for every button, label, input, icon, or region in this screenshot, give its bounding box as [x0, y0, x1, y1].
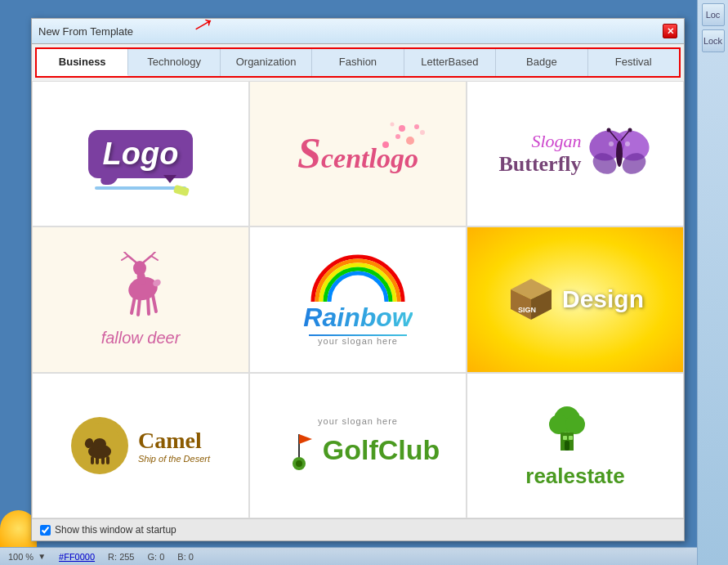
svg-point-11 [616, 141, 623, 167]
svg-point-2 [406, 137, 414, 145]
svg-point-0 [382, 141, 389, 148]
tab-fashion[interactable]: Fashion [312, 49, 404, 76]
footer-label: Show this window at startup [55, 524, 176, 536]
rainbow-text: Rainbow [303, 303, 412, 333]
show-window-checkbox[interactable] [40, 525, 51, 536]
logo-badge-graphic: Logo [88, 130, 194, 178]
color-b-item: B: 0 [177, 552, 194, 562]
butterfly-graphic: Slogan Butterfly [498, 121, 651, 186]
zoom-dropdown-btn[interactable]: ▼ [38, 552, 46, 561]
logo-main-text: Logo [103, 137, 179, 171]
color-r-value: R: 255 [108, 552, 134, 562]
color-b-value: B: 0 [177, 552, 194, 562]
signdesign-box-svg: SIGN [507, 275, 556, 324]
logo-badge-shape: Logo [88, 130, 194, 178]
svg-rect-41 [91, 456, 94, 464]
deer-svg [104, 252, 177, 325]
right-toolbar: Loc Lock [697, 0, 728, 565]
color-r-item: R: 255 [108, 552, 134, 562]
svg-line-26 [132, 297, 135, 313]
template-fallow-deer[interactable]: fallow deer [32, 226, 249, 372]
slogan-line2: Butterfly [498, 152, 581, 177]
svg-marker-46 [299, 434, 312, 444]
templates-grid: Logo S centlogo [32, 81, 684, 518]
tab-festival[interactable]: Festival [588, 49, 679, 76]
toolbar-lock1-button[interactable]: Loc [702, 3, 725, 26]
toolbar-lock2-button[interactable]: Lock [702, 29, 725, 52]
scentlogo-graphic: S centlogo [297, 132, 418, 175]
svg-rect-44 [106, 456, 109, 464]
svg-text:SIGN: SIGN [518, 306, 536, 314]
tab-technology[interactable]: Technology [128, 49, 220, 76]
svg-point-3 [420, 130, 425, 135]
color-hex-value: #FF0000 [59, 552, 95, 562]
svg-point-16 [609, 141, 614, 146]
zoom-value: 100 [8, 552, 23, 562]
svg-line-23 [151, 252, 155, 256]
template-logo-badge[interactable]: Logo [32, 81, 249, 226]
camel-svg [77, 423, 122, 468]
camel-text-wrap: Camel Ship of the Desert [138, 428, 210, 464]
template-slogan-butterfly[interactable]: Slogan Butterfly [467, 81, 684, 226]
svg-point-51 [565, 415, 585, 434]
signdesign-sign-text: Design [562, 285, 644, 312]
dialog-title: New From Template [38, 25, 133, 38]
color-hex-item: #FF0000 [59, 552, 95, 562]
template-realestate[interactable]: realestate [467, 373, 684, 518]
slogan-text-wrap: Slogan Butterfly [498, 131, 581, 177]
rainbow-graphic: Rainbow your slogan here [303, 253, 412, 346]
svg-rect-55 [569, 436, 573, 440]
svg-rect-53 [565, 441, 569, 451]
svg-rect-43 [101, 456, 105, 464]
svg-rect-54 [563, 436, 567, 440]
templates-area: Logo S centlogo [32, 81, 684, 518]
new-from-template-dialog: New From Template ✕ Business Technology … [31, 18, 685, 541]
tabs-row: Business Technology Organization Fashion… [37, 49, 679, 76]
tab-letterbased[interactable]: LetterBased [404, 49, 496, 76]
svg-point-15 [628, 128, 632, 132]
tabs-container: Business Technology Organization Fashion… [35, 47, 681, 78]
color-g-value: G: 0 [148, 552, 165, 562]
signdesign-text-wrap: Design [562, 285, 644, 313]
fallow-deer-text: fallow deer [101, 329, 181, 348]
camel-circle [71, 417, 128, 474]
svg-point-48 [296, 460, 302, 467]
golf-ball-svg [276, 426, 321, 475]
svg-point-14 [606, 128, 610, 132]
camel-graphic: Camel Ship of the Desert [71, 417, 210, 474]
svg-line-20 [124, 252, 128, 256]
color-g-item: G: 0 [148, 552, 165, 562]
signdesign-graphic: SIGN Design [507, 275, 644, 324]
butterfly-svg [587, 121, 652, 186]
template-camel[interactable]: Camel Ship of the Desert [32, 373, 249, 518]
svg-point-17 [625, 141, 630, 146]
fallow-deer-graphic: fallow deer [101, 252, 181, 348]
golf-slogan-text: your slogan here [318, 416, 398, 426]
template-scentlogo[interactable]: S centlogo [249, 81, 467, 226]
scentlogo-dots-svg [377, 120, 427, 153]
svg-line-27 [138, 298, 140, 315]
svg-point-4 [399, 125, 405, 132]
golf-graphic: your slogan here GolfClub [276, 416, 440, 475]
tab-organization[interactable]: Organization [221, 49, 312, 76]
zoom-percent: % [25, 552, 33, 562]
slogan-line1: Slogan [531, 131, 581, 152]
svg-line-29 [153, 295, 156, 312]
rainbow-svg [305, 253, 411, 306]
zoom-box: 100 % ▼ [8, 552, 46, 562]
template-rainbow[interactable]: Rainbow your slogan here [249, 226, 467, 372]
realestate-graphic: realestate [525, 401, 624, 489]
realestate-text: realestate [525, 464, 624, 489]
svg-rect-42 [96, 456, 99, 464]
template-sign-design[interactable]: SIGN Design [467, 226, 684, 372]
camel-slogan-text: Ship of the Desert [138, 454, 210, 464]
dialog-close-button[interactable]: ✕ [663, 24, 677, 38]
tab-business[interactable]: Business [37, 49, 128, 76]
svg-line-22 [151, 256, 158, 260]
dialog-titlebar: New From Template ✕ [32, 19, 684, 44]
svg-point-6 [414, 124, 419, 129]
template-golf-club[interactable]: your slogan here GolfClub [249, 373, 467, 518]
tab-badge[interactable]: Badge [496, 49, 587, 76]
golf-text: GolfClub [323, 434, 440, 466]
camel-name-text: Camel [138, 428, 210, 454]
